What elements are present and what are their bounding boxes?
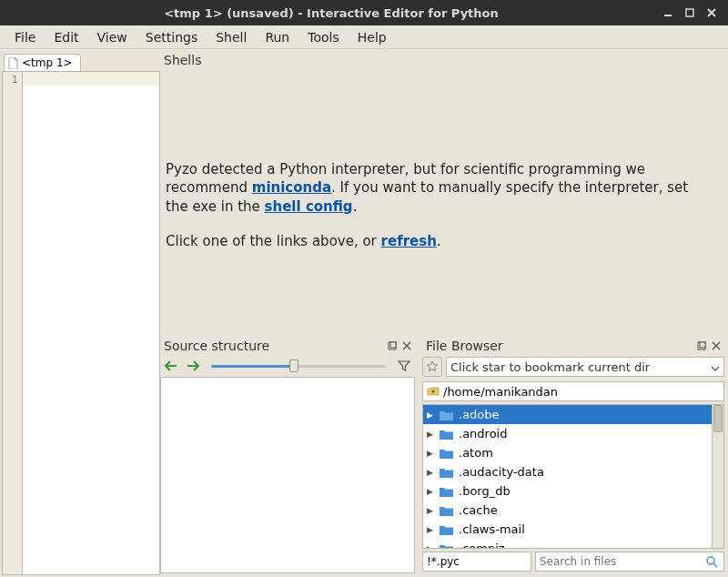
scrollbar-thumb[interactable] (713, 405, 723, 432)
svg-point-12 (707, 557, 714, 564)
expand-triangle-icon[interactable]: ▶ (427, 525, 434, 534)
source-panel-header: Source structure (160, 335, 415, 355)
svg-rect-4 (389, 342, 396, 349)
file-browser-toolbar: Click star to bookmark current dir (422, 355, 724, 379)
app-body: File Edit View Settings Shell Run Tools … (0, 25, 728, 577)
line-number: 1 (3, 74, 18, 86)
bottom-panels: Source structure (160, 335, 724, 573)
source-forward-button[interactable] (184, 357, 202, 375)
window-maximize-button[interactable] (679, 4, 701, 22)
file-browser-bottom (422, 552, 724, 573)
expand-triangle-icon[interactable]: ▶ (427, 410, 434, 420)
file-row[interactable]: ▶.borg_db (423, 481, 723, 501)
source-filter-button[interactable] (395, 357, 413, 375)
file-row[interactable]: ▶.claws-mail (423, 520, 723, 539)
arrow-right-icon (187, 360, 199, 371)
file-list[interactable]: ▶.adobe▶.android▶.atom▶.audacity-data▶.b… (422, 404, 724, 549)
arrow-left-icon (165, 360, 177, 371)
folder-icon (440, 505, 453, 516)
svg-rect-8 (698, 342, 705, 349)
editor-tab-tmp1[interactable]: <tmp 1> (4, 54, 81, 71)
window-title: <tmp 1> (unsaved) - Interactive Editor f… (5, 6, 657, 20)
file-row-label: .compiz (459, 542, 505, 549)
slider-thumb[interactable] (289, 359, 298, 372)
current-line-highlight (23, 72, 159, 86)
caret-down-icon (711, 360, 720, 374)
svg-line-2 (708, 9, 715, 16)
svg-rect-1 (686, 9, 693, 16)
file-row[interactable]: ▶.audacity-data (423, 462, 723, 481)
funnel-icon (398, 359, 410, 372)
menu-settings[interactable]: Settings (136, 27, 207, 47)
bookmark-combo-text: Click star to bookmark current dir (450, 360, 650, 374)
editor-content[interactable] (23, 72, 159, 574)
menu-help[interactable]: Help (349, 27, 396, 47)
file-search-field[interactable] (540, 555, 703, 568)
folder-up-icon[interactable] (427, 384, 440, 400)
source-structure-panel: Source structure (160, 335, 415, 573)
window-titlebar: <tmp 1> (unsaved) - Interactive Editor f… (0, 0, 728, 25)
source-float-button[interactable] (386, 339, 399, 352)
document-icon (8, 57, 18, 69)
expand-triangle-icon[interactable]: ▶ (427, 544, 434, 550)
file-row-label: .borg_db (459, 484, 511, 498)
folder-icon (440, 448, 453, 459)
link-refresh[interactable]: refresh (381, 233, 437, 249)
file-browser-close-button[interactable] (710, 339, 723, 352)
editor-tab-label: <tmp 1> (22, 56, 73, 69)
menu-tools[interactable]: Tools (298, 27, 349, 47)
main-area: <tmp 1> 1 Shells Pyzo detected a Python … (0, 49, 728, 577)
source-back-button[interactable] (162, 357, 180, 375)
svg-line-3 (708, 9, 715, 16)
path-input[interactable]: /home/manikandan (422, 381, 724, 401)
menu-file[interactable]: File (5, 27, 45, 47)
shells-panel-body: Pyzo detected a Python interpreter, but … (160, 69, 724, 335)
file-list-scrollbar[interactable] (712, 405, 723, 548)
expand-triangle-icon[interactable]: ▶ (427, 468, 434, 477)
folder-icon (440, 429, 453, 440)
folder-icon (440, 467, 453, 478)
shells-panel-header: Shells (160, 49, 724, 69)
expand-triangle-icon[interactable]: ▶ (427, 449, 434, 458)
file-row[interactable]: ▶.atom (423, 443, 723, 462)
file-row-label: .android (459, 427, 507, 440)
file-filter-input[interactable] (422, 552, 531, 572)
source-close-button[interactable] (400, 339, 413, 352)
shells-message-1: Pyzo detected a Python interpreter, but … (166, 160, 706, 216)
file-browser-float-button[interactable] (695, 339, 708, 352)
file-browser-title: File Browser (426, 339, 503, 353)
expand-triangle-icon[interactable]: ▶ (427, 430, 434, 439)
file-browser-header: File Browser (422, 335, 724, 355)
bookmark-star-button[interactable] (422, 357, 442, 377)
file-row[interactable]: ▶.cache (423, 501, 723, 520)
menu-edit[interactable]: Edit (45, 27, 87, 47)
file-row[interactable]: ▶.adobe (423, 405, 723, 424)
file-row[interactable]: ▶.android (423, 424, 723, 443)
link-miniconda[interactable]: miniconda (252, 179, 331, 196)
path-text: /home/manikandan (443, 385, 558, 399)
file-row-label: .adobe (459, 408, 500, 421)
link-shell-config[interactable]: shell config (265, 198, 353, 215)
file-row[interactable]: ▶.compiz (423, 539, 723, 549)
file-search-input[interactable] (535, 552, 724, 572)
right-column: Shells Pyzo detected a Python interprete… (160, 49, 728, 577)
source-tree[interactable] (160, 377, 415, 573)
code-editor[interactable]: 1 (2, 71, 160, 575)
expand-triangle-icon[interactable]: ▶ (427, 487, 434, 496)
star-icon (426, 360, 439, 373)
source-toolbar (160, 355, 415, 377)
search-button[interactable] (703, 555, 720, 568)
bookmark-combo[interactable]: Click star to bookmark current dir (446, 357, 724, 377)
folder-icon (440, 486, 453, 497)
magnifier-icon (705, 555, 718, 568)
menu-view[interactable]: View (88, 27, 136, 47)
file-row-label: .cache (459, 503, 498, 517)
expand-triangle-icon[interactable]: ▶ (427, 506, 434, 515)
menu-bar: File Edit View Settings Shell Run Tools … (0, 25, 728, 49)
menu-shell[interactable]: Shell (207, 27, 256, 47)
source-depth-slider[interactable] (211, 358, 386, 374)
window-close-button[interactable] (701, 4, 723, 22)
editor-column: <tmp 1> 1 (0, 49, 160, 577)
menu-run[interactable]: Run (256, 27, 298, 47)
window-minimize-button[interactable] (657, 4, 679, 22)
